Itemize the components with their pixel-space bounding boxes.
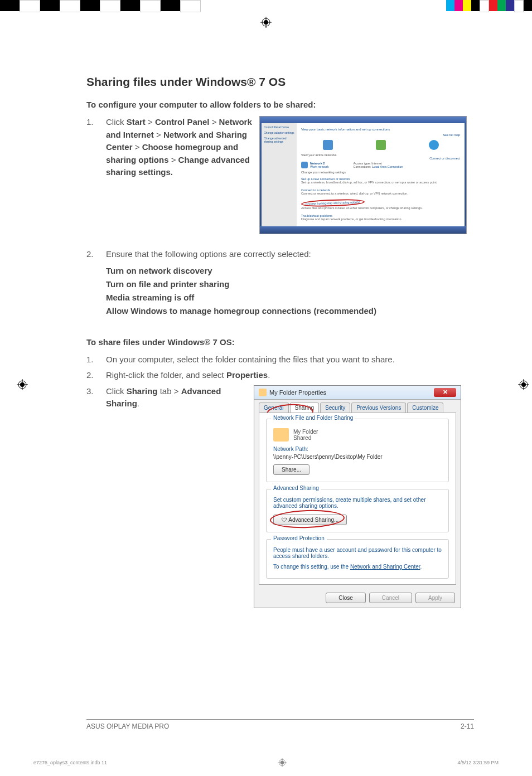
print-footer: e7276_oplays3_contents.indb 11 4/5/12 3:… <box>33 758 499 767</box>
footer-left: ASUS O!PLAY MEDIA PRO <box>86 722 169 730</box>
cancel-button[interactable]: Cancel <box>369 593 412 603</box>
page-content: Sharing files under Windows® 7 OS To con… <box>86 75 477 622</box>
page-footer: ASUS O!PLAY MEDIA PRO 2-11 <box>86 719 474 730</box>
color-right <box>446 0 532 11</box>
dialog-titlebar: My Folder Properties ✕ <box>254 386 461 400</box>
network-small-icon <box>301 162 308 168</box>
close-icon[interactable]: ✕ <box>434 388 456 397</box>
group-network-sharing: Network File and Folder Sharing My Folde… <box>266 419 449 482</box>
group-label: Password Protection <box>271 535 327 541</box>
group-advanced-sharing: Advanced Sharing Set custom permissions,… <box>266 489 449 532</box>
s1-link: Troubleshoot problemsDiagnose and repair… <box>301 213 460 222</box>
color-left <box>0 0 201 11</box>
print-footer-left: e7276_oplays3_contents.indb 11 <box>33 760 107 765</box>
option-item: Media streaming is off <box>106 291 477 304</box>
section2-step3: 3. Click Sharing tab > Advanced Sharing. <box>86 385 254 410</box>
network-center-link[interactable]: Network and Sharing Center <box>350 564 420 570</box>
s1-link: Set up a new connection or networkSet up… <box>301 176 460 185</box>
step-number: 1. <box>86 353 106 366</box>
registration-mark-left <box>17 379 28 390</box>
network-path-label: Network Path: <box>273 446 442 452</box>
dialog-panel: Network File and Folder Sharing My Folde… <box>259 413 456 585</box>
apply-button[interactable]: Apply <box>415 593 455 603</box>
dialog-tabs: General Sharing Security Previous Versio… <box>254 400 461 413</box>
configure-subtitle: To configure your computer to allow fold… <box>86 100 477 109</box>
network-sharing-screenshot: Control Panel Home Change adapter settin… <box>259 116 467 234</box>
folder-icon <box>273 428 289 442</box>
step-text: Right-click the folder, and select Prope… <box>106 369 477 382</box>
share-button[interactable]: Share... <box>273 464 309 475</box>
folder-status: Shared <box>293 435 318 441</box>
s1-connect: Connect or disconnect <box>301 157 460 160</box>
tab-security[interactable]: Security <box>320 402 350 413</box>
dialog-buttons: Close Cancel Apply <box>254 588 461 608</box>
s1-sidebar-item: Change advanced sharing settings <box>264 137 294 143</box>
tab-general[interactable]: General <box>259 402 289 413</box>
s1-link-circled: Choose homegroup and sharing optionsAcce… <box>301 198 460 211</box>
s1-work-network: Work network <box>310 165 329 168</box>
properties-dialog-screenshot: My Folder Properties ✕ General Sharing S… <box>254 385 461 608</box>
step-text: On your computer, select the folder cont… <box>106 353 477 366</box>
registration-mark-right <box>518 379 529 390</box>
s1-link: Connect to a networkConnect or reconnect… <box>301 187 460 196</box>
option-item: Allow Windows to manage homegroup connec… <box>106 304 477 318</box>
step-text: Click Sharing tab > Advanced Sharing. <box>106 385 254 410</box>
registration-mark-top <box>260 17 272 28</box>
section2-step2: 2. Right-click the folder, and select Pr… <box>86 369 477 382</box>
section2-step3-block: 3. Click Sharing tab > Advanced Sharing.… <box>86 385 477 608</box>
footer-right: 2-11 <box>461 722 474 730</box>
group-label: Advanced Sharing <box>271 485 321 491</box>
dialog-title: My Folder Properties <box>269 389 431 396</box>
step-number: 1. <box>86 116 106 179</box>
close-button[interactable]: Close <box>326 593 366 603</box>
step-text: Click Start > Control Panel > Network an… <box>106 116 259 179</box>
section1-step1: 1. Click Start > Control Panel > Network… <box>86 116 259 179</box>
s1-see-full: See full map <box>301 133 460 137</box>
step-text: Ensure that the following options are co… <box>106 248 477 261</box>
registration-mark-bottom <box>278 758 287 767</box>
group-text: Set custom permissions, create multiple … <box>273 497 442 509</box>
page-title: Sharing files under Windows® 7 OS <box>86 75 477 89</box>
folder-icon <box>259 389 267 396</box>
s1-change-settings: Change your networking settings <box>301 171 460 174</box>
section1-step1-block: 1. Click Start > Control Panel > Network… <box>86 116 477 234</box>
options-list: Turn on network discovery Turn on file a… <box>106 264 477 318</box>
network-icon <box>376 140 386 150</box>
globe-icon <box>429 140 439 150</box>
step-number: 2. <box>86 369 106 382</box>
folder-name: My Folder <box>293 429 318 435</box>
computer-icon <box>323 140 333 150</box>
group-text: To change this setting, use the Network … <box>273 564 442 570</box>
group-label: Network File and Folder Sharing <box>271 415 355 421</box>
step-number: 2. <box>86 248 106 261</box>
tab-previous-versions[interactable]: Previous Versions <box>351 402 406 413</box>
print-footer-right: 4/5/12 3:31:59 PM <box>457 760 499 765</box>
share-subtitle: To share files under Windows® 7 OS: <box>86 337 477 347</box>
group-text: People must have a user account and pass… <box>273 547 442 559</box>
network-path: \\penny-PC\Users\penny\Desktop\My Folder <box>273 454 442 460</box>
tab-customize[interactable]: Customize <box>407 402 443 413</box>
s1-sidebar-item: Control Panel Home <box>264 125 294 129</box>
group-password-protection: Password Protection People must have a u… <box>266 539 449 579</box>
section2-step1: 1. On your computer, select the folder c… <box>86 353 477 366</box>
step-number: 3. <box>86 385 106 410</box>
s1-sidebar-item: Change adapter settings <box>264 131 294 134</box>
calibration-bar <box>0 0 532 11</box>
section1-step2: 2. Ensure that the following options are… <box>86 248 477 261</box>
advanced-sharing-button[interactable]: 🛡 Advanced Sharing... <box>273 515 347 525</box>
option-item: Turn on network discovery <box>106 264 477 278</box>
tab-sharing[interactable]: Sharing <box>290 402 319 413</box>
option-item: Turn on file and printer sharing <box>106 278 477 291</box>
s1-header: View your basic network information and … <box>301 128 460 131</box>
